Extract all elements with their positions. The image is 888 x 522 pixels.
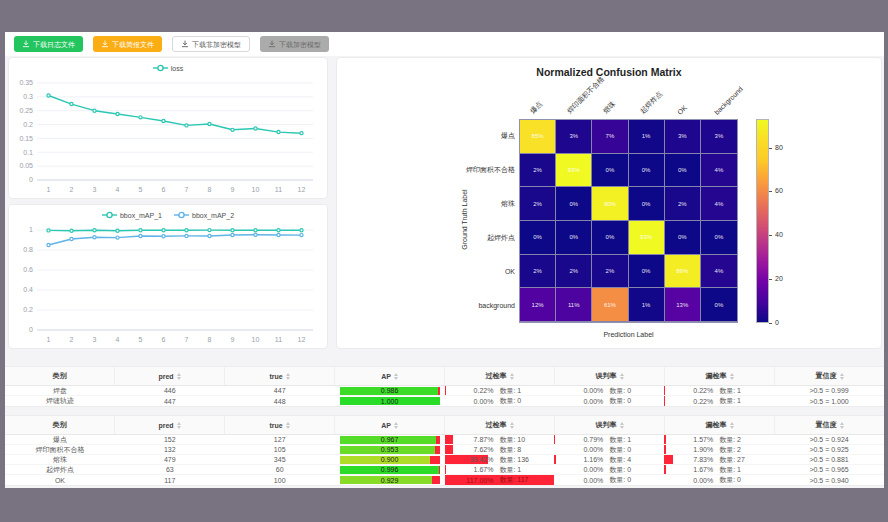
rate-percent: 0.00% bbox=[573, 466, 603, 473]
cell-misjudge-rate: 0.00%数量: 0 bbox=[554, 475, 664, 485]
ap-value: 0.953 bbox=[340, 446, 440, 454]
map-chart-legend: bbox_mAP_1bbox_mAP_2 bbox=[9, 208, 327, 222]
cell-misjudge-rate: 0.00%数量: 0 bbox=[554, 386, 664, 395]
rate-text: 0.22%数量: 1 bbox=[664, 396, 774, 406]
caret-up-icon bbox=[177, 373, 181, 376]
cm-row-label: 熔珠 bbox=[367, 187, 515, 221]
cm-cell-r1c5: 4% bbox=[701, 154, 737, 188]
sort-icon[interactable] bbox=[286, 422, 290, 429]
cell-class-label: 爆点 bbox=[5, 435, 115, 444]
column-header-label: pred bbox=[158, 373, 173, 380]
rate-text: 0.00%数量: 0 bbox=[554, 396, 664, 406]
download-encrypted-model-button-label: 下载加密模型 bbox=[279, 41, 321, 48]
cell-confidence: >0.5 = 0.924 bbox=[774, 435, 884, 444]
cell-true: 447 bbox=[225, 386, 335, 395]
rate-text: 7.87%数量: 10 bbox=[445, 435, 555, 444]
caret-up-icon bbox=[286, 422, 290, 425]
legend-item-bbox_mAP_2[interactable]: bbox_mAP_2 bbox=[174, 211, 234, 219]
svg-text:7: 7 bbox=[185, 336, 189, 343]
cell-misjudge-rate: 0.00%数量: 0 bbox=[554, 465, 664, 474]
cm-cell-r4c1: 2% bbox=[556, 255, 592, 289]
download-report-button[interactable]: 下载简报文件 bbox=[93, 36, 162, 52]
download-log-button[interactable]: 下载日志文件 bbox=[14, 36, 83, 52]
cm-cell-r5c0: 12% bbox=[520, 288, 556, 322]
rate-percent: 117.00% bbox=[463, 477, 493, 484]
cell-true: 345 bbox=[225, 455, 335, 464]
sort-icon[interactable] bbox=[730, 373, 734, 380]
ap-bar: 0.953 bbox=[340, 446, 440, 454]
ap-value: 0.986 bbox=[340, 387, 440, 395]
caret-down-icon bbox=[510, 426, 514, 429]
confusion-matrix-grid: 85%3%7%1%3%3%2%93%0%0%0%4%2%0%90%0%2%4%0… bbox=[519, 119, 738, 323]
cm-row-label: 爆点 bbox=[367, 119, 515, 153]
rate-percent: 1.57% bbox=[683, 436, 713, 443]
cell-overkill-rate: 1.67%数量: 1 bbox=[445, 465, 555, 474]
desktop-background-bottom bbox=[0, 488, 888, 522]
svg-text:6: 6 bbox=[162, 336, 166, 343]
caret-up-icon bbox=[730, 373, 734, 376]
cm-col-label: OK bbox=[676, 104, 688, 116]
rate-count: 数量: 0 bbox=[609, 445, 645, 454]
cell-class-label: 焊盘 bbox=[5, 386, 115, 395]
rate-count: 数量: 1 bbox=[719, 386, 755, 395]
rate-percent: 7.87% bbox=[463, 436, 493, 443]
sort-icon[interactable] bbox=[394, 422, 398, 429]
dashboard-content: 下载日志文件下载简报文件下载非加密模型下载加密模型 loss 00.050.10… bbox=[5, 32, 884, 488]
confusion-matrix-row-labels: 爆点焊印面积不合格熔珠起焊炸点OKbackground bbox=[367, 119, 515, 323]
sort-icon[interactable] bbox=[840, 373, 844, 380]
confusion-matrix-xlabel: Prediction Label bbox=[519, 331, 738, 338]
sort-icon[interactable] bbox=[510, 422, 514, 429]
colorbar-tick bbox=[769, 148, 772, 149]
download-encrypted-model-button[interactable]: 下载加密模型 bbox=[260, 36, 329, 52]
svg-text:1: 1 bbox=[29, 226, 33, 233]
caret-down-icon bbox=[286, 377, 290, 380]
download-unencrypted-model-button[interactable]: 下载非加密模型 bbox=[172, 36, 250, 52]
legend-marker-icon bbox=[102, 211, 117, 219]
column-header-误判率: 误判率 bbox=[555, 367, 665, 385]
cell-class-label: 焊印面积不合格 bbox=[5, 445, 115, 454]
cm-cell-r0c5: 3% bbox=[701, 120, 737, 154]
colorbar-tick bbox=[769, 279, 772, 280]
rate-percent: 0.00% bbox=[683, 477, 713, 484]
sort-icon[interactable] bbox=[177, 373, 181, 380]
confusion-matrix-column-labels: 爆点焊印面积不合格熔珠起焊炸点OKbackground bbox=[519, 58, 759, 119]
svg-text:8: 8 bbox=[208, 336, 212, 343]
caret-down-icon bbox=[620, 426, 624, 429]
sort-icon[interactable] bbox=[510, 373, 514, 380]
table-row: 熔珠4793450.90039.42%数量: 1361.16%数量: 47.83… bbox=[5, 455, 884, 465]
rate-text: 0.00%数量: 0 bbox=[554, 445, 664, 454]
column-header-过检率: 过检率 bbox=[445, 367, 555, 385]
desktop-background-top bbox=[0, 0, 888, 32]
cell-overkill-rate: 7.87%数量: 10 bbox=[445, 435, 555, 444]
rate-count: 数量: 27 bbox=[719, 455, 755, 464]
rate-text: 0.00%数量: 0 bbox=[445, 396, 555, 406]
caret-down-icon bbox=[730, 426, 734, 429]
map-chart-card: bbox_mAP_1bbox_mAP_2 00.20.40.60.8112345… bbox=[8, 204, 328, 349]
cm-cell-r3c2: 0% bbox=[592, 221, 628, 255]
column-header-label: true bbox=[269, 373, 282, 380]
rate-text: 39.42%数量: 136 bbox=[445, 455, 555, 464]
legend-label-bbox_mAP_2: bbox_mAP_2 bbox=[192, 212, 234, 219]
sort-icon[interactable] bbox=[286, 373, 290, 380]
cell-miss-rate: 7.83%数量: 27 bbox=[664, 455, 774, 464]
sort-icon[interactable] bbox=[620, 373, 624, 380]
sort-icon[interactable] bbox=[840, 422, 844, 429]
legend-item-loss[interactable]: loss bbox=[153, 64, 183, 72]
metrics-table-1: 类别predtrueAP过检率误判率漏检率置信度焊盘4464470.9860.2… bbox=[5, 366, 884, 407]
sort-icon[interactable] bbox=[177, 422, 181, 429]
sort-icon[interactable] bbox=[620, 422, 624, 429]
rate-text: 0.22%数量: 1 bbox=[664, 386, 774, 395]
legend-item-bbox_mAP_1[interactable]: bbox_mAP_1 bbox=[102, 211, 162, 219]
colorbar-tick-label: 20 bbox=[775, 275, 783, 282]
column-header-label: 置信度 bbox=[816, 420, 837, 430]
rate-count: 数量: 1 bbox=[499, 386, 535, 395]
cell-miss-rate: 1.90%数量: 2 bbox=[664, 445, 774, 454]
rate-percent: 0.00% bbox=[573, 387, 603, 394]
svg-text:5: 5 bbox=[139, 186, 143, 193]
sort-icon[interactable] bbox=[730, 422, 734, 429]
svg-text:4: 4 bbox=[116, 336, 120, 343]
rate-count: 数量: 4 bbox=[609, 455, 645, 464]
cell-overkill-rate: 117.00%数量: 117 bbox=[445, 475, 555, 485]
column-header-label: 误判率 bbox=[596, 420, 617, 430]
sort-icon[interactable] bbox=[394, 373, 398, 380]
